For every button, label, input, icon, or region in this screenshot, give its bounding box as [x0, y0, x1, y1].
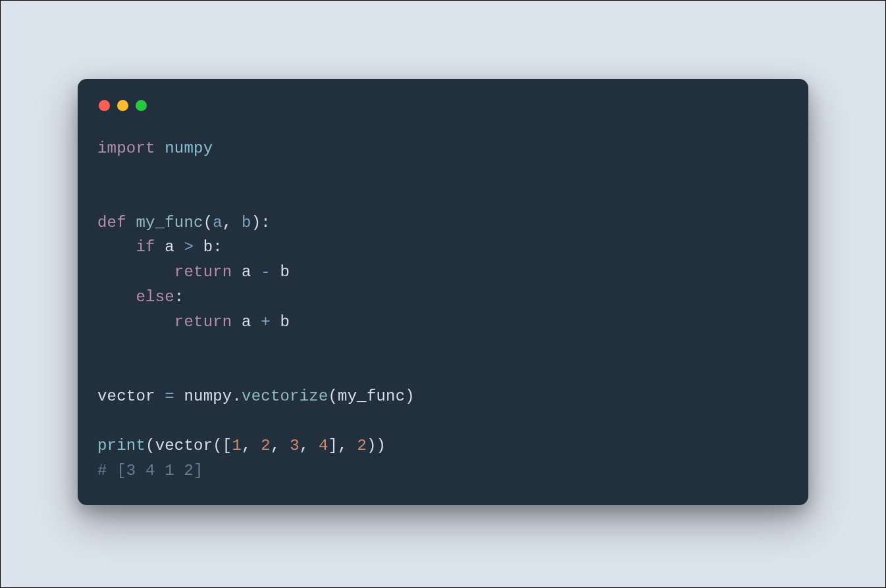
keyword-return: return: [174, 313, 232, 331]
function-name: my_func: [136, 214, 203, 232]
keyword-def: def: [97, 214, 126, 232]
keyword-else: else: [136, 288, 174, 306]
module-ref: numpy: [184, 387, 232, 405]
comma: ,: [271, 437, 280, 454]
op-eq: =: [165, 387, 174, 405]
paren-open: (: [213, 437, 222, 454]
maximize-icon[interactable]: [136, 100, 147, 111]
dot: .: [232, 387, 242, 405]
param-a: a: [213, 214, 222, 232]
minimize-icon[interactable]: [117, 100, 128, 111]
keyword-if: if: [136, 238, 155, 256]
op-minus: -: [261, 263, 271, 281]
paren-open: (: [328, 387, 338, 405]
module-numpy: numpy: [165, 139, 213, 157]
param-b: b: [242, 214, 251, 232]
var-a: a: [242, 313, 251, 331]
var-vector: vector: [97, 387, 155, 405]
var-b: b: [280, 263, 290, 281]
indent: [97, 238, 136, 256]
colon: :: [213, 238, 222, 256]
colon: :: [261, 214, 271, 232]
var-b: b: [203, 238, 213, 256]
comma: ,: [338, 437, 348, 454]
num-4: 4: [319, 437, 328, 454]
indent: [97, 313, 174, 331]
paren-close: ): [405, 387, 415, 405]
close-icon[interactable]: [99, 100, 110, 111]
code-content[interactable]: import numpy def my_func(a, b): if a > b…: [97, 136, 789, 483]
var-b: b: [280, 313, 290, 331]
keyword-import: import: [97, 139, 155, 157]
var-a: a: [165, 238, 174, 256]
colon: :: [174, 288, 184, 306]
bracket-close: ]: [328, 437, 338, 454]
code-editor-window: import numpy def my_func(a, b): if a > b…: [78, 79, 808, 505]
keyword-return: return: [174, 263, 232, 281]
window-controls: [99, 100, 789, 111]
paren-open: (: [145, 437, 155, 454]
paren-open: (: [203, 214, 213, 232]
call-print: print: [97, 437, 145, 454]
num-2b: 2: [357, 437, 367, 454]
indent: [97, 263, 174, 281]
num-2: 2: [261, 437, 271, 454]
bracket-open: [: [222, 437, 232, 454]
comma: ,: [222, 214, 232, 232]
var-vector: vector: [155, 437, 213, 454]
paren-close: ): [377, 437, 386, 454]
paren-close: ): [367, 437, 377, 454]
method-vectorize: vectorize: [242, 387, 328, 405]
comma: ,: [242, 437, 251, 454]
op-plus: +: [261, 313, 271, 331]
op-gt: >: [184, 238, 194, 256]
paren-close: ): [251, 214, 261, 232]
indent: [97, 288, 136, 306]
comma: ,: [300, 437, 309, 454]
num-1: 1: [232, 437, 242, 454]
arg-myfunc: my_func: [338, 387, 405, 405]
comment-output: # [3 4 1 2]: [97, 462, 203, 479]
var-a: a: [242, 263, 251, 281]
num-3: 3: [290, 437, 300, 454]
